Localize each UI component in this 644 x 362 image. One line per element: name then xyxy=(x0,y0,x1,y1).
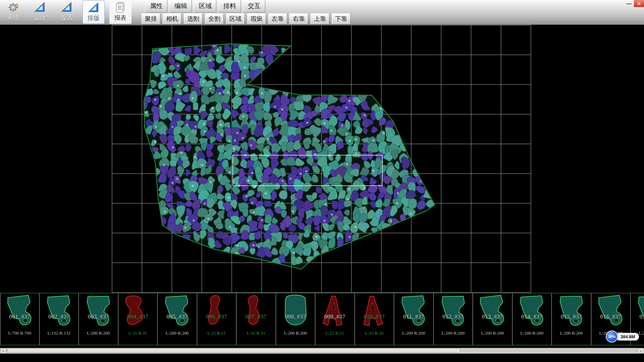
piece-name: 014_#37 xyxy=(513,313,552,320)
piece-name: 012_#37 xyxy=(434,313,473,320)
piece-name: 017_#37 xyxy=(631,313,644,320)
app-mode-buttons: 系统 设计 设置 排版 报表 xyxy=(2,0,131,24)
tool-button-cut-all[interactable]: 全割 xyxy=(205,13,224,24)
tool-button-align-left[interactable]: 左靠 xyxy=(268,13,287,24)
app-button-design[interactable]: 设计 xyxy=(29,0,51,24)
piece-shape-icon xyxy=(319,294,351,329)
piece-thumbnail-013_#37[interactable]: 013_#37 L:200 R:200 xyxy=(473,293,513,345)
piece-name: 003_#37 xyxy=(79,313,118,320)
piece-shape-icon xyxy=(595,294,627,329)
piece-thumbnail-002_#37[interactable]: 002_#37 L:132 R:132 xyxy=(40,293,79,345)
tool-button-region[interactable]: 区域 xyxy=(226,13,245,24)
menu-tab-interact[interactable]: 交互 xyxy=(243,0,265,12)
piece-counts: L:200 R:200 xyxy=(158,330,197,336)
app-button-label: 排版 xyxy=(88,14,100,22)
piece-thumbnail-009_#37[interactable]: 009_#37 L:22 R:21 xyxy=(315,293,355,345)
piece-shape-icon xyxy=(516,294,548,329)
tool-button-defect[interactable]: 瑕疵 xyxy=(247,13,266,24)
piece-shape-icon xyxy=(359,294,390,329)
piece-name: 002_#37 xyxy=(40,313,79,320)
piece-thumbnail-012_#37[interactable]: 012_#37 L:200 R:200 xyxy=(434,293,473,345)
menu-tab-properties[interactable]: 属性 xyxy=(145,0,167,12)
piece-thumbnail-007_#37[interactable]: 007_#37 L:31 R:31 xyxy=(236,293,276,345)
piece-counts: L:33 R:33 xyxy=(355,330,394,336)
status-indicator: 38% 384.8M xyxy=(606,330,639,343)
piece-thumbnail-010_#37[interactable]: 010_#37 L:33 R:33 xyxy=(355,293,394,345)
piece-thumbnail-005_#37[interactable]: 005_#37 L:200 R:200 xyxy=(158,293,197,345)
minimize-button[interactable]: — xyxy=(624,0,634,7)
piece-counts: L:21 R:21 xyxy=(197,330,236,336)
piece-name: 013_#37 xyxy=(473,313,512,320)
tool-button-align-bottom[interactable]: 下靠 xyxy=(332,13,351,24)
piece-thumbnail-003_#37[interactable]: 003_#37 L:200 R:200 xyxy=(79,293,118,345)
piece-shape-icon xyxy=(161,294,193,329)
piece-thumbnail-011_#37[interactable]: 011_#37 L:200 R:200 xyxy=(394,293,434,345)
scrollbar-thumb[interactable] xyxy=(7,348,460,353)
piece-shape-icon xyxy=(4,294,36,329)
piece-shape-icon xyxy=(437,294,469,329)
piece-counts: L:200 R:200 xyxy=(513,330,552,336)
piece-name: 015_#37 xyxy=(552,313,591,320)
piece-counts: L:700 R:700 xyxy=(0,330,39,336)
pieces-thumbnail-strip: 001_#37 L:700 R:700 002_#37 L:132 R:132 … xyxy=(0,293,644,345)
scrollbar-track[interactable] xyxy=(7,348,637,354)
piece-name: 008_#37 xyxy=(276,313,315,320)
menu-tab-region[interactable]: 区域 xyxy=(194,0,216,12)
settings-ruler-icon xyxy=(61,1,73,13)
piece-thumbnail-008_#37[interactable]: 008_#37 L:200 R:200 xyxy=(276,293,316,345)
window-controls: — ✕ xyxy=(624,0,644,7)
tool-button-align-right[interactable]: 右靠 xyxy=(289,13,308,24)
system-gear-icon xyxy=(7,1,19,13)
piece-shape-icon xyxy=(122,294,154,329)
app-button-report[interactable]: 报表 xyxy=(109,0,131,24)
piece-counts: L:132 R:132 xyxy=(40,330,79,336)
menu-tab-nest[interactable]: 排料 xyxy=(219,0,241,12)
report-doc-icon xyxy=(114,1,126,13)
tool-button-camera[interactable]: 相机 xyxy=(163,13,181,24)
nesting-canvas[interactable] xyxy=(0,25,644,293)
piece-counts: L:22 R:21 xyxy=(315,330,355,336)
piece-shape-icon xyxy=(555,294,587,329)
tool-button-cluster-nest[interactable]: 聚排 xyxy=(142,13,160,24)
piece-shape-icon xyxy=(477,294,508,329)
piece-shape-icon xyxy=(280,294,311,329)
menu-tab-edit[interactable]: 编辑 xyxy=(170,0,192,12)
memory-badge: 384.8M xyxy=(616,333,639,341)
piece-counts: L:31 R:31 xyxy=(118,330,158,336)
app-button-settings[interactable]: 设置 xyxy=(56,0,78,24)
tool-button-select-cut[interactable]: 选割 xyxy=(184,13,203,24)
piece-counts: L:200 R:200 xyxy=(394,330,433,336)
piece-counts: L:31 R:31 xyxy=(236,330,276,336)
piece-thumbnail-004_#37[interactable]: 004_#37 L:31 R:31 xyxy=(118,293,158,345)
close-button[interactable]: ✕ xyxy=(634,0,644,7)
app-button-system[interactable]: 系统 xyxy=(2,0,24,24)
menu-tab-row: 属性编辑区域排料交互 xyxy=(145,0,351,12)
piece-shape-icon xyxy=(634,294,644,329)
piece-name: 007_#37 xyxy=(236,313,276,320)
horizontal-scrollbar[interactable]: ‹ › xyxy=(0,348,644,354)
piece-thumbnail-014_#37[interactable]: 014_#37 L:200 R:200 xyxy=(513,293,552,345)
scroll-right-arrow-icon[interactable]: › xyxy=(637,348,644,354)
app-button-nesting[interactable]: 排版 xyxy=(83,0,105,24)
scroll-left-arrow-icon[interactable]: ‹ xyxy=(0,348,7,354)
piece-thumbnail-001_#37[interactable]: 001_#37 L:700 R:700 xyxy=(0,293,40,345)
piece-shape-icon xyxy=(83,294,114,329)
piece-counts: L:200 R:200 xyxy=(276,330,315,336)
leather-nesting-app: 系统 设计 设置 排版 报表 属性编辑区域排料交互 聚排相机选割全割区域瑕疵左靠… xyxy=(0,0,644,362)
piece-shape-icon xyxy=(43,294,75,329)
nesting-canvas-svg xyxy=(0,25,644,293)
tool-button-align-top[interactable]: 上靠 xyxy=(311,13,329,24)
piece-name: 016_#37 xyxy=(591,313,631,320)
tool-button-row: 聚排相机选割全割区域瑕疵左靠右靠上靠下靠 xyxy=(142,13,351,24)
piece-thumbnail-006_#37[interactable]: 006_#37 L:21 R:21 xyxy=(197,293,237,345)
piece-shape-icon xyxy=(240,294,272,329)
piece-counts: L:200 R:200 xyxy=(434,330,473,336)
piece-name: 010_#37 xyxy=(355,313,394,320)
app-button-label: 系统 xyxy=(7,14,19,22)
menu-area: 属性编辑区域排料交互 聚排相机选割全割区域瑕疵左靠右靠上靠下靠 xyxy=(145,0,351,24)
piece-name: 011_#37 xyxy=(394,313,433,320)
piece-counts: L:200 R:200 xyxy=(79,330,118,336)
piece-name: 009_#37 xyxy=(315,313,355,320)
piece-thumbnail-015_#37[interactable]: 015_#37 L:200 R:200 xyxy=(552,293,591,345)
piece-counts: L:200 R:200 xyxy=(473,330,512,336)
